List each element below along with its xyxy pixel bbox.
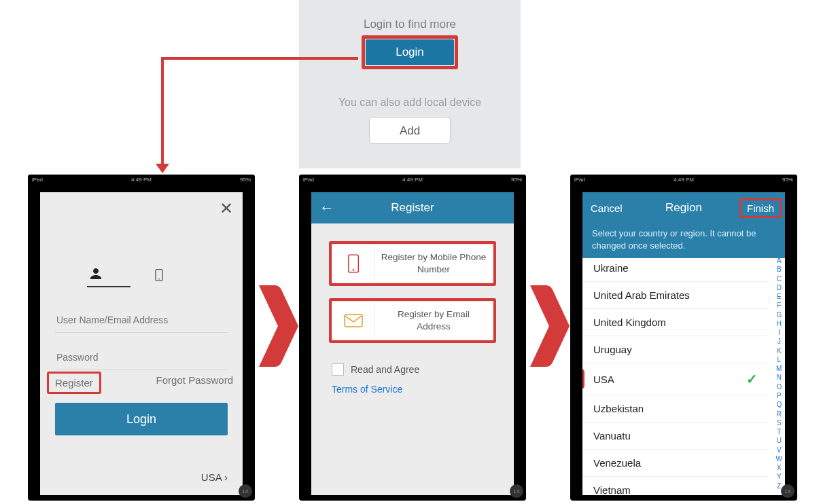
add-button-label: Add	[400, 124, 420, 137]
tab-phone-icon[interactable]	[152, 267, 196, 287]
finish-button[interactable]: Finish	[741, 200, 780, 216]
alpha-H[interactable]: H	[776, 321, 782, 327]
alpha-N[interactable]: N	[776, 374, 782, 381]
back-arrow-icon[interactable]: ←	[319, 199, 334, 217]
list-item[interactable]: Vanuatu	[582, 422, 769, 450]
login-mode-tabs	[40, 266, 243, 290]
add-prompt-text: You can also add local device	[299, 96, 521, 109]
login-prompt-text: Login to find more	[299, 18, 521, 31]
highlight-box	[47, 372, 101, 394]
status-time: 4:49 PM	[28, 177, 255, 183]
alpha-M[interactable]: M	[776, 365, 782, 372]
register-link[interactable]: Register	[50, 374, 99, 391]
login-screen: ✕ Register Forgot Password Login USA	[40, 192, 243, 495]
password-field[interactable]	[55, 345, 228, 370]
tab-user-icon[interactable]	[87, 266, 130, 287]
status-time: 4:49 PM	[299, 177, 526, 183]
alpha-W[interactable]: W	[776, 456, 782, 463]
status-bar: iPad 4:49 PM 95%	[299, 175, 526, 184]
connector-line-horizontal	[161, 57, 358, 60]
list-item[interactable]: Uruguay	[582, 336, 769, 363]
close-icon[interactable]: ✕	[220, 199, 233, 218]
agree-checkbox[interactable]	[332, 363, 344, 376]
status-bar: iPad 4:49 PM 95%	[570, 175, 797, 184]
country-selector[interactable]: USA ›	[201, 471, 228, 483]
phone-frame-register: iPad 4:49 PM 95% ← Register Register by …	[299, 175, 526, 501]
svg-rect-4	[345, 314, 362, 327]
login-submit-label: Login	[126, 412, 156, 426]
status-bar: iPad 4:49 PM 95%	[28, 175, 255, 184]
agree-label: Read and Agree	[351, 364, 419, 375]
alpha-J[interactable]: J	[776, 338, 782, 345]
step-chevron-icon	[268, 285, 302, 367]
country-label: USA	[201, 471, 222, 483]
terms-of-service-link[interactable]: Terms of Service	[332, 384, 493, 395]
register-by-mobile-button[interactable]: Register by Mobile Phone Number	[332, 244, 493, 283]
alpha-A[interactable]: A	[776, 257, 782, 264]
country-list[interactable]: Ukraine United Arab Emirates United King…	[582, 255, 769, 495]
add-device-button[interactable]: Add	[369, 117, 451, 144]
region-note-text: Select your country or region. It cannot…	[582, 223, 785, 258]
svg-point-1	[158, 278, 160, 280]
region-header: Cancel Region Finish	[582, 192, 785, 223]
highlight-box	[739, 198, 782, 218]
alpha-G[interactable]: G	[776, 312, 782, 319]
envelope-icon	[332, 302, 374, 340]
zoom-badge: 1X	[239, 484, 252, 498]
list-item[interactable]: United Arab Emirates	[582, 282, 769, 309]
list-item[interactable]: Ukraine	[582, 255, 769, 282]
register-header: ← Register	[311, 192, 514, 223]
register-title: Register	[391, 201, 434, 215]
alpha-O[interactable]: O	[776, 384, 782, 391]
checkmark-icon: ✓	[746, 371, 758, 387]
svg-point-3	[352, 269, 354, 271]
region-title: Region	[665, 201, 702, 215]
login-button[interactable]: Login	[366, 39, 454, 65]
register-by-email-button[interactable]: Register by Email Address	[332, 301, 493, 340]
list-item[interactable]: United Kingdom	[582, 309, 769, 336]
phone-frame-region: iPad 4:49 PM 95% Cancel Region Finish Se…	[570, 175, 797, 501]
register-screen: ← Register Register by Mobile Phone Numb…	[311, 192, 514, 495]
list-item[interactable]: Uzbekistan	[582, 395, 769, 422]
alpha-C[interactable]: C	[776, 276, 782, 283]
status-time: 4:49 PM	[570, 177, 797, 183]
zoom-badge: 1X	[510, 484, 523, 498]
list-item[interactable]: Vietnam	[582, 477, 769, 495]
alpha-L[interactable]: L	[776, 357, 782, 363]
alpha-Q[interactable]: Q	[776, 401, 782, 408]
chevron-right-icon: ›	[224, 471, 228, 483]
alpha-U[interactable]: U	[776, 437, 782, 444]
alpha-R[interactable]: R	[776, 411, 782, 418]
alpha-V[interactable]: V	[776, 447, 782, 454]
alpha-I[interactable]: I	[776, 329, 782, 336]
region-screen: Cancel Region Finish Select your country…	[582, 192, 785, 495]
alpha-Y[interactable]: Y	[776, 473, 782, 480]
alpha-S[interactable]: S	[776, 420, 782, 427]
alpha-B[interactable]: B	[776, 266, 782, 273]
alpha-D[interactable]: D	[776, 285, 782, 291]
zoom-badge: 1X	[781, 484, 794, 498]
login-submit-button[interactable]: Login	[55, 403, 228, 435]
step-chevron-icon	[540, 285, 574, 367]
username-field[interactable]	[55, 308, 228, 333]
connector-arrowhead-icon	[156, 164, 169, 173]
agree-row: Read and Agree	[332, 363, 493, 376]
alpha-F[interactable]: F	[776, 302, 782, 309]
connector-line-vertical	[161, 57, 164, 164]
alpha-P[interactable]: P	[776, 393, 782, 399]
register-mobile-label: Register by Mobile Phone Number	[374, 251, 493, 275]
alpha-index[interactable]: ABCDEFGHIJKLMNOPQRSTUVWXYZ	[776, 257, 782, 490]
cancel-button[interactable]: Cancel	[591, 202, 623, 214]
register-email-label: Register by Email Address	[374, 308, 493, 332]
forgot-password-link[interactable]: Forgot Password	[156, 374, 233, 391]
alpha-X[interactable]: X	[776, 465, 782, 471]
alpha-T[interactable]: T	[776, 429, 782, 435]
login-button-label: Login	[396, 46, 424, 58]
mobile-phone-icon	[332, 245, 374, 283]
phone-frame-login: iPad 4:49 PM 95% ✕ Register Forgot Passw…	[28, 175, 255, 501]
list-item-selected[interactable]: USA ✓	[582, 363, 769, 395]
alpha-K[interactable]: K	[776, 348, 782, 355]
alpha-E[interactable]: E	[776, 293, 782, 300]
welcome-panel: Login to find more Login You can also ad…	[299, 0, 521, 168]
list-item[interactable]: Venezuela	[582, 450, 769, 477]
